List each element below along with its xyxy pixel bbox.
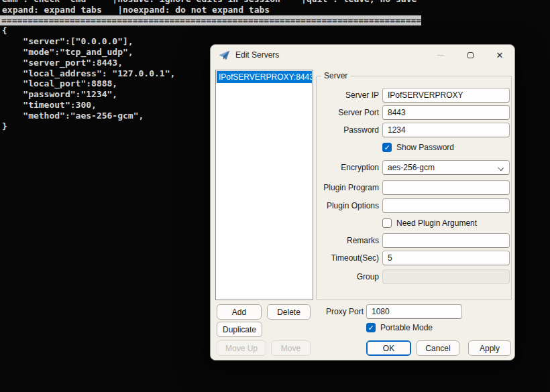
terminal-help-line: expand: expand tabs |noexpand: do not ex… <box>0 5 550 15</box>
timeout-label: Timeout(Sec) <box>317 251 379 265</box>
server-ip-label: Server IP <box>317 88 379 103</box>
plugin-options-label: Plugin Options <box>317 198 379 213</box>
server-ip-field[interactable] <box>382 88 510 103</box>
minimize-button[interactable] <box>426 45 455 65</box>
remarks-label: Remarks <box>317 233 379 248</box>
close-button[interactable]: ✕ <box>485 45 514 65</box>
proxy-port-label: Proxy Port <box>301 304 364 319</box>
server-list-item[interactable]: IPofSERVERPROXY:8443 <box>217 71 312 83</box>
password-field[interactable] <box>382 123 510 137</box>
add-button[interactable]: Add <box>217 304 262 320</box>
password-label: Password <box>317 123 379 137</box>
server-port-label: Server Port <box>317 105 379 120</box>
dialog-title: Edit Servers <box>235 50 279 60</box>
apply-button[interactable]: Apply <box>468 340 511 356</box>
proxy-port-field[interactable] <box>366 304 462 319</box>
encryption-selected-value: aes-256-gcm <box>388 163 435 172</box>
move-button: Move <box>271 340 311 356</box>
window-controls: ✕ <box>426 45 514 65</box>
config-line: { <box>0 25 550 36</box>
server-port-field[interactable] <box>382 105 510 120</box>
ok-button[interactable]: OK <box>366 340 411 356</box>
shadowsocks-paper-plane-icon <box>219 50 230 61</box>
close-icon: ✕ <box>496 51 504 60</box>
plugin-options-field[interactable] <box>382 198 510 213</box>
plugin-program-field[interactable] <box>382 180 510 195</box>
portable-mode-checkbox[interactable]: ✓ <box>366 323 376 332</box>
plugin-program-label: Plugin Program <box>317 180 379 195</box>
move-up-button: Move Up <box>217 340 266 356</box>
edit-servers-dialog: Edit Servers ✕ IPofSERVERPROXY:8443 Serv… <box>210 44 515 361</box>
minimize-icon <box>437 55 444 56</box>
encryption-dropdown[interactable]: aes-256-gcm <box>382 160 510 175</box>
show-password-checkbox[interactable]: ✓ <box>382 143 392 152</box>
timeout-field[interactable] <box>382 251 510 265</box>
dialog-titlebar[interactable]: Edit Servers ✕ <box>211 45 514 65</box>
group-label: Group <box>317 269 379 284</box>
show-password-row[interactable]: ✓ Show Password <box>382 143 454 152</box>
duplicate-button[interactable]: Duplicate <box>217 322 262 337</box>
group-field <box>382 269 510 284</box>
portable-mode-row[interactable]: ✓ Portable Mode <box>366 323 433 332</box>
encryption-label: Encryption <box>317 160 379 175</box>
remarks-field[interactable] <box>382 233 510 248</box>
maximize-button[interactable] <box>455 45 485 65</box>
server-groupbox: Server Server IP Server Port Password ✓ … <box>316 76 512 300</box>
portable-mode-label: Portable Mode <box>380 323 433 332</box>
need-plugin-argument-checkbox[interactable] <box>382 218 392 228</box>
cancel-button[interactable]: Cancel <box>417 340 459 356</box>
maximize-icon <box>468 52 474 58</box>
chevron-down-icon <box>498 165 504 171</box>
show-password-label: Show Password <box>396 143 454 152</box>
terminal-line-clipped: emm : check cmd |nosave: ignore edits in… <box>0 0 550 5</box>
terminal-separator-line: ========================================… <box>0 15 550 26</box>
groupbox-title: Server <box>321 71 350 80</box>
server-listbox[interactable]: IPofSERVERPROXY:8443 <box>215 70 313 300</box>
need-plugin-argument-label: Need Plugin Argument <box>396 218 477 228</box>
need-plugin-argument-row[interactable]: Need Plugin Argument <box>382 218 477 228</box>
